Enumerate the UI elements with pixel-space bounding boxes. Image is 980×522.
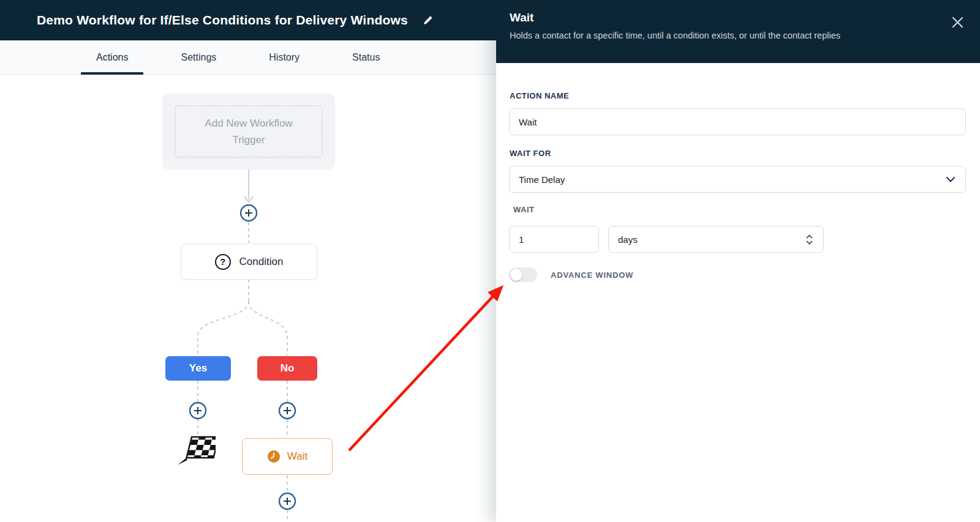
edit-title-button[interactable] xyxy=(423,15,434,26)
add-step-button[interactable] xyxy=(279,403,295,419)
workflow-builder-app: Demo Workflow for If/Else Conditions for… xyxy=(0,0,980,522)
toggle-knob xyxy=(510,269,522,281)
wait-node-label: Wait xyxy=(287,450,307,463)
tab-status[interactable]: Status xyxy=(352,40,380,75)
wait-unit-select[interactable]: days xyxy=(608,226,824,253)
add-step-button[interactable] xyxy=(190,403,206,419)
action-name-label: ACTION NAME xyxy=(510,91,966,100)
stepper-icon xyxy=(806,234,813,245)
panel-header: Wait Holds a contact for a specific time… xyxy=(496,0,980,63)
workflow-end-marker xyxy=(178,434,216,469)
advance-window-label: ADVANCE WINDOW xyxy=(551,270,633,280)
workflow-canvas: Demo Workflow for If/Else Conditions for… xyxy=(0,0,496,522)
action-name-input[interactable] xyxy=(509,108,966,135)
wait-duration-label: WAIT xyxy=(513,205,966,214)
wait-unit-selected-value: days xyxy=(618,234,638,245)
no-branch-badge: No xyxy=(257,356,317,381)
chevron-down-icon xyxy=(946,177,955,182)
checkered-flag-icon xyxy=(178,434,216,466)
wait-duration-row: days xyxy=(509,226,966,253)
tab-history[interactable]: History xyxy=(269,40,300,75)
close-icon xyxy=(952,17,963,28)
workflow-flow-area: Add New Workflow Trigger ? Condition Yes… xyxy=(0,0,496,522)
add-step-button[interactable] xyxy=(241,205,257,221)
close-panel-button[interactable] xyxy=(951,15,964,29)
pencil-icon xyxy=(423,15,434,26)
add-trigger-button[interactable]: Add New Workflow Trigger xyxy=(162,94,335,170)
clock-icon xyxy=(267,450,281,463)
panel-body: ACTION NAME WAIT FOR Time Delay WAIT day… xyxy=(496,63,980,282)
wait-action-panel: Wait Holds a contact for a specific time… xyxy=(496,0,980,522)
tab-settings[interactable]: Settings xyxy=(181,40,216,75)
tab-actions[interactable]: Actions xyxy=(96,40,128,75)
condition-label: Condition xyxy=(239,256,284,268)
wait-for-selected-value: Time Delay xyxy=(519,174,565,185)
wait-amount-input[interactable] xyxy=(509,226,599,253)
question-circle-icon: ? xyxy=(215,254,231,270)
tabbar: Actions Settings History Status xyxy=(0,40,496,75)
panel-title: Wait xyxy=(510,11,937,24)
add-step-button[interactable] xyxy=(279,493,295,509)
advance-window-toggle[interactable] xyxy=(509,267,537,282)
workflow-header: Demo Workflow for If/Else Conditions for… xyxy=(0,0,496,40)
wait-for-label: WAIT FOR xyxy=(510,149,966,158)
wait-for-select[interactable]: Time Delay xyxy=(509,166,966,193)
add-trigger-label: Add New Workflow Trigger xyxy=(175,105,323,158)
yes-branch-badge: Yes xyxy=(165,356,231,381)
wait-node[interactable]: Wait xyxy=(242,438,333,475)
panel-description: Holds a contact for a specific time, unt… xyxy=(510,31,937,40)
advance-window-row: ADVANCE WINDOW xyxy=(509,267,966,282)
workflow-title: Demo Workflow for If/Else Conditions for… xyxy=(37,13,408,28)
condition-node[interactable]: ? Condition xyxy=(181,244,317,280)
